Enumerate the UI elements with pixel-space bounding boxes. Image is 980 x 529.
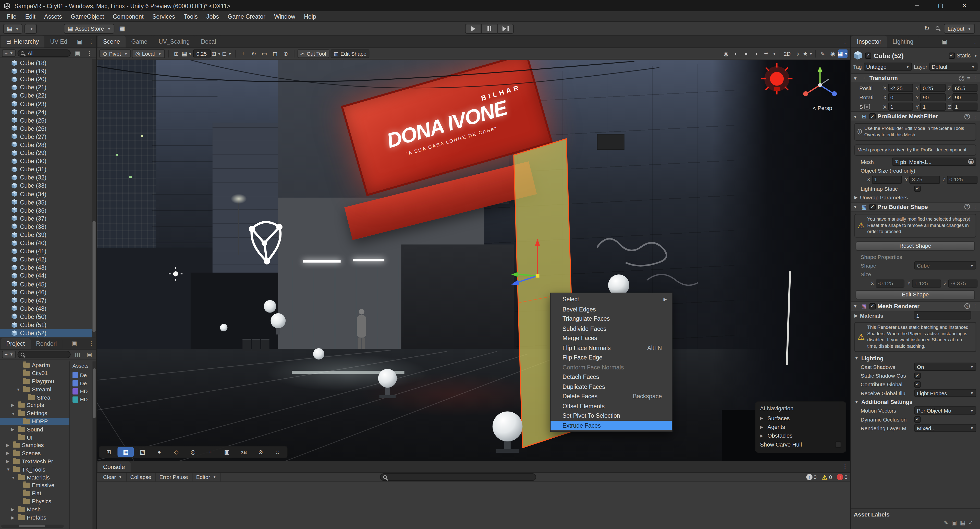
hierarchy-item[interactable]: Cube (20) bbox=[0, 75, 92, 83]
show-carve-hull-row[interactable]: Show Carve Hull bbox=[760, 440, 841, 449]
xb-tool-icon[interactable]: XB bbox=[235, 447, 252, 457]
console-badge-info[interactable]: !0 bbox=[806, 474, 816, 480]
menu-component[interactable]: Component bbox=[108, 11, 148, 21]
active-checkbox[interactable] bbox=[865, 52, 871, 58]
unwrap-parameters-row[interactable]: ▶Unwrap Parameters bbox=[851, 193, 980, 202]
scene-tab-game[interactable]: Game bbox=[126, 36, 153, 48]
view-options-caret-icon[interactable]: ▼ bbox=[773, 52, 776, 56]
scale-z-field[interactable]: 1 bbox=[953, 103, 978, 111]
foldout-arrow[interactable]: ▶ bbox=[6, 443, 11, 448]
mesh-object-field[interactable]: ⊞pb_Mesh-1... ◉ bbox=[892, 158, 977, 166]
project-folder[interactable]: Physics bbox=[0, 497, 69, 505]
foldout-arrow[interactable]: ▶ bbox=[11, 403, 16, 408]
menu-jobs[interactable]: Jobs bbox=[202, 11, 223, 21]
move-tool-icon[interactable]: + bbox=[202, 447, 218, 457]
hierarchy-item[interactable]: Cube (32) bbox=[0, 174, 92, 182]
hierarchy-item[interactable]: Cube (51) bbox=[0, 321, 92, 329]
probuilder-meshfilter-header[interactable]: ▼⊞ ProBuilder MeshFilter ?⋮ bbox=[851, 111, 980, 121]
context-menu-item[interactable]: Select▶ bbox=[551, 294, 672, 304]
foldout-arrow[interactable]: ▶ bbox=[760, 433, 765, 438]
console-badge-warning[interactable]: ⚠0 bbox=[821, 474, 832, 480]
probuilder-shape-header[interactable]: ▼▧ Pro Builder Shape ?⋮ bbox=[851, 202, 980, 212]
preset-icon[interactable]: ≡ bbox=[967, 75, 970, 81]
scene-tab-uv_scaling[interactable]: UV_Scaling bbox=[153, 36, 196, 48]
context-menu-item[interactable]: Duplicate Faces bbox=[551, 382, 672, 391]
project-folder[interactable]: ▶Scripts bbox=[0, 402, 69, 409]
context-menu-item[interactable]: Extrude Faces bbox=[551, 421, 672, 430]
paint-tool-icon[interactable]: ◇ bbox=[168, 447, 185, 457]
grid-status-icon[interactable]: ▦ bbox=[960, 519, 965, 526]
project-folder[interactable]: ▶Mesh bbox=[0, 505, 69, 513]
context-menu-item[interactable]: Bevel Edges bbox=[551, 304, 672, 314]
context-menu-item[interactable]: Delete FacesBackspace bbox=[551, 391, 672, 401]
menu-services[interactable]: Services bbox=[148, 11, 180, 21]
project-folder[interactable]: ▼Materials bbox=[0, 473, 69, 481]
tab-uv-editor[interactable]: UV Ed bbox=[45, 36, 73, 48]
hierarchy-item[interactable]: Cube (35) bbox=[0, 198, 92, 206]
console-log-area[interactable] bbox=[97, 482, 850, 529]
hierarchy-item[interactable]: Cube (45) bbox=[0, 280, 92, 288]
rotate-tool-icon[interactable]: ↻ bbox=[249, 49, 259, 58]
hidden-packages-icon[interactable]: ◫ bbox=[73, 350, 83, 358]
kebab-icon[interactable]: ⋮ bbox=[973, 113, 978, 119]
hierarchy-item[interactable]: Cube (46) bbox=[0, 288, 92, 296]
project-folder[interactable]: ▶TextMesh Pr bbox=[0, 457, 69, 465]
hierarchy-item[interactable]: Cube (21) bbox=[0, 83, 92, 91]
2d-toggle[interactable]: 2D bbox=[782, 49, 792, 58]
grid-tool-icon[interactable]: ▦ bbox=[118, 447, 134, 457]
tab-lighting[interactable]: Lighting bbox=[887, 36, 919, 48]
foldout-arrow[interactable]: ▶ bbox=[11, 507, 16, 512]
visibility-eye-icon[interactable]: ◉ bbox=[828, 49, 838, 58]
tab-renderer[interactable]: Renderi bbox=[30, 338, 62, 349]
layers-icon[interactable]: ▣ bbox=[69, 338, 80, 349]
grid-visibility-icon[interactable]: ▦▼ bbox=[182, 49, 192, 58]
pause-button[interactable] bbox=[481, 24, 498, 33]
perspective-label[interactable]: < Persp bbox=[796, 105, 850, 111]
snap-increment-field[interactable]: 0.25 bbox=[193, 49, 210, 57]
project-folder[interactable]: HDRP bbox=[0, 417, 69, 425]
project-file[interactable]: HD bbox=[73, 395, 95, 403]
kebab-icon[interactable]: ⋮ bbox=[840, 36, 850, 48]
carve-hull-checkbox[interactable] bbox=[835, 441, 841, 448]
hierarchy-item[interactable]: Cube (52) bbox=[0, 329, 92, 337]
project-folder[interactable]: ▶Prefabs bbox=[0, 513, 69, 521]
menu-file[interactable]: File bbox=[3, 11, 21, 21]
lightmap-static-checkbox[interactable] bbox=[915, 186, 921, 192]
transform-tool-icon[interactable]: ⊕ bbox=[281, 49, 290, 58]
project-folder[interactable]: UI bbox=[0, 433, 69, 441]
tab-inspector[interactable]: Inspector bbox=[851, 36, 887, 48]
foldout-arrow[interactable]: ▶ bbox=[760, 416, 765, 421]
ai-nav-item-obstacles[interactable]: ▶Obstacles bbox=[760, 432, 841, 440]
project-file[interactable]: De bbox=[73, 379, 95, 387]
maximize-button[interactable]: ▢ bbox=[929, 0, 953, 11]
ai-nav-item-surfaces[interactable]: ▶Surfaces bbox=[760, 414, 841, 422]
play-button[interactable] bbox=[465, 24, 481, 33]
project-scrollbar[interactable] bbox=[92, 362, 96, 529]
cut-tool-button[interactable]: ✂Cut Tool bbox=[298, 49, 329, 58]
hierarchy-item[interactable]: Cube (44) bbox=[0, 272, 92, 280]
overlay-grid-dropdown-icon[interactable]: ▦▼ bbox=[838, 49, 848, 58]
camera-icon[interactable]: ◉ bbox=[721, 49, 731, 58]
shadows-icon[interactable]: ◑ bbox=[751, 49, 761, 58]
lighting-subheader[interactable]: ▼Lighting bbox=[851, 354, 980, 363]
edit-shape-button[interactable]: Edit Shape bbox=[856, 290, 975, 300]
wireframe-icon[interactable]: ● bbox=[741, 49, 751, 58]
hierarchy-item[interactable]: Cube (28) bbox=[0, 141, 92, 149]
hierarchy-item[interactable]: Cube (24) bbox=[0, 108, 92, 116]
hierarchy-item[interactable]: Cube (37) bbox=[0, 214, 92, 222]
hierarchy-item[interactable]: Cube (40) bbox=[0, 239, 92, 247]
help-icon[interactable]: ? bbox=[964, 304, 970, 309]
handle-orientation-dropdown[interactable]: ◎Local▼ bbox=[132, 49, 165, 58]
project-folder[interactable]: Playgrou bbox=[0, 378, 69, 385]
static-shadow-checkbox[interactable] bbox=[915, 373, 921, 379]
menu-gameobject[interactable]: GameObject bbox=[66, 11, 108, 21]
rotation-z-field[interactable]: 90 bbox=[953, 93, 978, 101]
foldout-arrow[interactable]: ▼ bbox=[11, 475, 16, 480]
project-file[interactable]: De bbox=[73, 371, 95, 379]
context-menu-item[interactable]: Flip Face Edge bbox=[551, 352, 672, 362]
project-folder[interactable]: City01 bbox=[0, 370, 69, 378]
help-icon[interactable]: ? bbox=[964, 204, 970, 210]
reset-shape-button[interactable]: Reset Shape bbox=[856, 241, 975, 251]
contribute-gi-checkbox[interactable] bbox=[915, 381, 921, 387]
asset-store-button[interactable]: ▦Asset Store▼ bbox=[64, 24, 115, 33]
